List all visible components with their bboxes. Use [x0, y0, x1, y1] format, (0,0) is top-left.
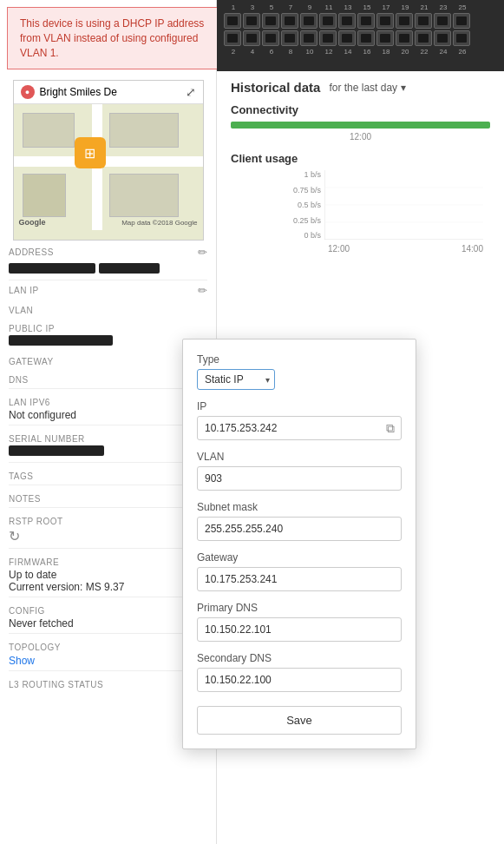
vlan-modal-label: VLAN — [197, 451, 402, 463]
ip-field-group: IP ⧉ — [197, 400, 402, 440]
connectivity-bar — [231, 122, 490, 129]
port-7[interactable] — [281, 13, 298, 29]
connectivity-time-label: 12:00 — [231, 132, 490, 142]
subnet-input[interactable] — [197, 517, 402, 541]
port-5[interactable] — [262, 13, 279, 29]
port-num-22: 22 — [415, 48, 434, 56]
address-value-line1 — [9, 263, 95, 274]
map-body: ⊞ Google Map data ©2018 Google — [14, 104, 203, 230]
chart-y-label-2: 0.75 b/s — [279, 186, 321, 195]
port-num-13: 13 — [338, 3, 357, 11]
port-num-11: 11 — [319, 3, 338, 11]
vlan-input[interactable] — [197, 466, 402, 491]
port-num-15: 15 — [357, 3, 376, 11]
period-label: for the last day — [329, 82, 397, 94]
port-num-16: 16 — [357, 48, 376, 56]
config-label: CONFIG — [9, 606, 207, 616]
map-area: ● Bright Smiles De ⤢ ⊞ Google Map data ©… — [13, 80, 204, 241]
gateway-field-group: Gateway — [197, 551, 402, 591]
port-strip: 1 3 5 7 9 11 13 15 17 19 21 23 25 — [217, 0, 504, 71]
map-road-horizontal — [14, 156, 203, 167]
port-10[interactable] — [300, 30, 317, 46]
config-value: Never fetched — [9, 617, 207, 630]
port-26[interactable] — [453, 30, 470, 46]
tags-label: TAGS — [9, 471, 207, 481]
save-button[interactable]: Save — [197, 706, 402, 735]
map-expand-button[interactable]: ⤢ — [186, 85, 196, 99]
port-1[interactable] — [224, 13, 241, 29]
type-select[interactable]: Static IP DHCP — [197, 369, 275, 390]
type-field-group: Type Static IP DHCP ▾ — [197, 353, 402, 390]
port-num-20: 20 — [396, 48, 415, 56]
rstp-root-label: RSTP ROOT — [9, 517, 207, 526]
topology-show-link[interactable]: Show — [9, 655, 35, 667]
port-18[interactable] — [376, 30, 394, 46]
port-9[interactable] — [300, 13, 317, 29]
port-num-25: 25 — [453, 3, 472, 11]
port-16[interactable] — [357, 30, 375, 46]
port-num-17: 17 — [376, 3, 396, 11]
chart-container: 1 b/s 0.75 b/s 0.5 b/s 0.25 b/s 0 b/s — [279, 170, 483, 242]
port-17[interactable] — [376, 13, 394, 29]
lan-ip-edit-icon[interactable]: ✏ — [198, 284, 207, 297]
period-chevron-icon: ▾ — [401, 82, 406, 94]
port-3[interactable] — [243, 13, 260, 29]
port-12[interactable] — [319, 30, 337, 46]
dns-label: DNS — [9, 375, 207, 385]
port-24[interactable] — [434, 30, 451, 46]
port-13[interactable] — [338, 13, 356, 29]
port-20[interactable] — [396, 30, 413, 46]
port-8[interactable] — [281, 30, 298, 46]
lan-ip-row: LAN IP ✏ — [9, 284, 207, 297]
port-num-9: 9 — [300, 3, 319, 11]
port-21[interactable] — [415, 13, 432, 29]
rstp-loading-spinner: ↻ — [9, 528, 207, 544]
port-num-12: 12 — [319, 48, 338, 56]
copy-icon[interactable]: ⧉ — [386, 421, 395, 436]
primary-dns-field-group: Primary DNS — [197, 602, 402, 642]
chart-x-label-2: 14:00 — [461, 244, 483, 254]
serial-label: SERIAL NUMBER — [9, 434, 207, 444]
port-num-7: 7 — [281, 3, 300, 11]
address-edit-icon[interactable]: ✏ — [198, 246, 208, 259]
ip-input-wrapper: ⧉ — [197, 416, 402, 440]
firmware-label: FIRMWARE — [9, 557, 207, 567]
lan-ipv6-value: Not configured — [9, 409, 207, 421]
port-25[interactable] — [453, 13, 470, 29]
address-label: ADDRESS ✏ — [9, 246, 207, 259]
port-num-26: 26 — [453, 48, 472, 56]
gateway-modal-label: Gateway — [197, 551, 402, 564]
port-numbers-bottom: 2 4 6 8 10 12 14 16 18 20 22 24 26 — [224, 48, 497, 56]
port-19[interactable] — [396, 13, 413, 29]
port-4[interactable] — [243, 30, 260, 46]
port-num-19: 19 — [396, 3, 415, 11]
port-23[interactable] — [434, 13, 451, 29]
alert-banner: This device is using a DHCP IP address f… — [7, 7, 219, 69]
port-6[interactable] — [262, 30, 279, 46]
chart-wrapper: 1 b/s 0.75 b/s 0.5 b/s 0.25 b/s 0 b/s — [279, 170, 483, 254]
ports-bottom-row — [224, 30, 497, 46]
ip-input[interactable] — [197, 416, 402, 440]
vlan-field-group: VLAN — [197, 451, 402, 491]
secondary-dns-input[interactable] — [197, 668, 402, 692]
l3-label: L3 ROUTING STATUS — [9, 680, 207, 689]
gateway-input[interactable] — [197, 567, 402, 591]
port-numbers-top: 1 3 5 7 9 11 13 15 17 19 21 23 25 — [224, 3, 497, 11]
ports-top-row — [224, 13, 497, 29]
primary-dns-label: Primary DNS — [197, 602, 402, 614]
port-num-24: 24 — [434, 48, 453, 56]
port-num-23: 23 — [434, 3, 453, 11]
port-num-6: 6 — [262, 48, 281, 56]
port-num-8: 8 — [281, 48, 300, 56]
port-22[interactable] — [415, 30, 432, 46]
port-2[interactable] — [224, 30, 241, 46]
map-block-4 — [23, 174, 66, 217]
chart-y-label-4: 0.25 b/s — [279, 216, 321, 225]
port-15[interactable] — [357, 13, 375, 29]
period-selector[interactable]: for the last day ▾ — [329, 82, 406, 94]
public-ip-label: PUBLIC IP — [9, 324, 207, 333]
port-14[interactable] — [338, 30, 356, 46]
connectivity-label: Connectivity — [231, 103, 490, 116]
primary-dns-input[interactable] — [197, 617, 402, 642]
port-11[interactable] — [319, 13, 337, 29]
